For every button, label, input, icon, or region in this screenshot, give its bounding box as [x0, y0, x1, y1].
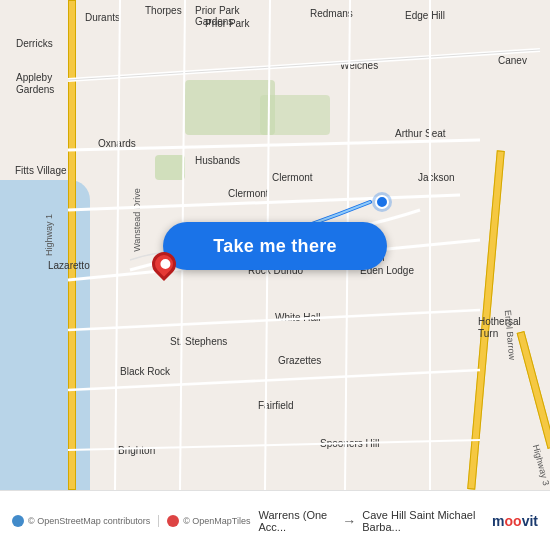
green-spot	[155, 155, 185, 180]
route-to: Cave Hill Saint Michael Barba...	[362, 509, 484, 533]
route-info: Warrens (One Acc... → Cave Hill Saint Mi…	[259, 509, 485, 533]
ot-attribution: © OpenMapTiles	[167, 515, 250, 527]
route-from: Warrens (One Acc...	[259, 509, 337, 533]
moovit-logo: moovit	[492, 513, 538, 529]
osm-icon	[12, 515, 24, 527]
map-container: Durants Thorpes Prior Park Prior Park Ga…	[0, 0, 550, 490]
separator	[158, 515, 159, 527]
route-arrow: →	[342, 513, 356, 529]
osm-attribution: © OpenStreetMap contributors	[12, 515, 150, 527]
park-area-2	[260, 95, 330, 135]
moovit-accent: oo	[505, 513, 522, 529]
bottom-bar: © OpenStreetMap contributors © OpenMapTi…	[0, 490, 550, 550]
take-me-there-button[interactable]: Take me there	[163, 222, 387, 270]
osm-text: © OpenStreetMap contributors	[28, 516, 150, 526]
ot-icon	[167, 515, 179, 527]
destination-dot	[375, 195, 389, 209]
highway-1-road	[68, 0, 76, 490]
take-me-there-label: Take me there	[213, 236, 337, 257]
ot-text: © OpenMapTiles	[183, 516, 250, 526]
location-pin	[152, 252, 176, 284]
sea-area	[0, 180, 90, 490]
